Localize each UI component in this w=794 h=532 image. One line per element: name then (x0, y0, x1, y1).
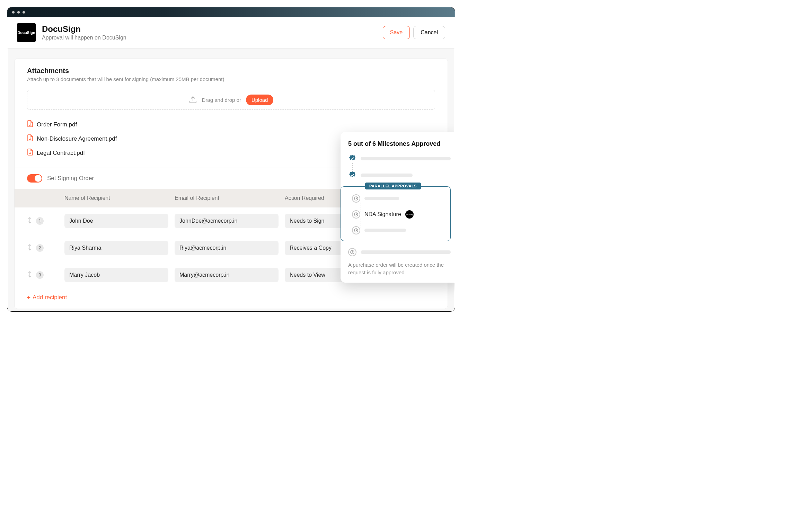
col-name: Name of Recipient (64, 195, 168, 201)
app-window: DocuSign DocuSign Approval will happen o… (7, 7, 455, 312)
window-dot (12, 11, 15, 14)
file-name: Non-Disclosure Agreement.pdf (37, 135, 117, 142)
milestones-title: 5 out of 6 Milestones Approved (348, 140, 451, 148)
order-number: 2 (36, 244, 44, 252)
pdf-icon (27, 120, 33, 129)
add-recipient-button[interactable]: + Add recipient (27, 294, 67, 301)
save-button[interactable]: Save (383, 26, 410, 39)
docusign-logo: DocuSign (17, 23, 36, 42)
upload-icon (189, 96, 197, 104)
col-email: Email of Recipient (175, 195, 279, 201)
attachments-heading: Attachments (27, 67, 435, 75)
dropzone-text: Drag and drop or (202, 97, 241, 103)
recipient-email-input[interactable] (175, 268, 279, 282)
page-subtitle: Approval will happen on DocuSign (42, 35, 126, 41)
milestone-placeholder (364, 229, 406, 232)
header-actions: Save Cancel (383, 26, 445, 39)
milestone-item (348, 248, 451, 256)
clock-icon (352, 210, 360, 219)
attachments-help: Attach up to 3 documents that will be se… (27, 76, 435, 82)
approved-badge-icon (348, 154, 356, 163)
milestone-placeholder (361, 250, 451, 254)
recipient-email-input[interactable] (175, 214, 279, 228)
file-name: Order Form.pdf (37, 121, 77, 128)
milestone-item (348, 154, 451, 163)
order-number: 1 (36, 217, 44, 225)
approved-badge-icon (348, 171, 356, 179)
clock-icon (352, 194, 360, 203)
docusign-mini-icon: DocuSign (405, 210, 414, 219)
milestone-placeholder (361, 157, 451, 160)
add-recipient-label: Add recipient (33, 294, 67, 301)
cancel-button[interactable]: Cancel (413, 26, 445, 39)
clock-icon (352, 226, 360, 234)
milestone-placeholder (364, 197, 399, 200)
milestone-placeholder (361, 174, 413, 177)
add-recipient-row: + Add recipient (15, 289, 448, 309)
window-titlebar (7, 7, 455, 17)
header-text: DocuSign Approval will happen on DocuSig… (42, 24, 126, 41)
drag-handle-icon[interactable] (27, 271, 33, 279)
select-value: Receives a Copy (290, 245, 332, 251)
signing-order-toggle[interactable] (27, 174, 42, 183)
milestones-footer: A purchase order will be created once th… (348, 261, 451, 276)
window-dot (23, 11, 25, 14)
clock-icon (348, 248, 356, 256)
recipient-name-input[interactable] (64, 241, 168, 255)
recipient-email-input[interactable] (175, 241, 279, 255)
page-header: DocuSign DocuSign Approval will happen o… (7, 17, 455, 48)
signing-order-label: Set Signing Order (47, 175, 94, 182)
recipient-name-input[interactable] (64, 214, 168, 228)
attachments-section: Attachments Attach up to 3 documents tha… (15, 59, 448, 82)
window-dot (17, 11, 20, 14)
recipient-name-input[interactable] (64, 268, 168, 282)
dropzone[interactable]: Drag and drop or Upload (27, 90, 435, 110)
drag-handle-icon[interactable] (27, 217, 33, 225)
milestones-panel: 5 out of 6 Milestones Approved PARALLEL … (341, 132, 455, 283)
page-title: DocuSign (42, 24, 126, 34)
file-item[interactable]: Order Form.pdf (27, 117, 435, 132)
select-value: Needs to Sign (290, 218, 325, 224)
pdf-icon (27, 149, 33, 157)
drag-handle-icon[interactable] (27, 244, 33, 252)
pdf-icon (27, 134, 33, 143)
parallel-approvals-box: PARALLEL APPROVALS NDA Signature DocuSig… (341, 186, 451, 241)
order-number: 3 (36, 271, 44, 279)
milestone-item (348, 171, 451, 179)
file-name: Legal Contract.pdf (37, 150, 85, 157)
parallel-approvals-tag: PARALLEL APPROVALS (365, 183, 421, 189)
select-value: Needs to View (290, 272, 325, 278)
plus-icon: + (27, 294, 30, 301)
upload-button[interactable]: Upload (246, 95, 274, 105)
milestone-label: NDA Signature (364, 211, 401, 218)
